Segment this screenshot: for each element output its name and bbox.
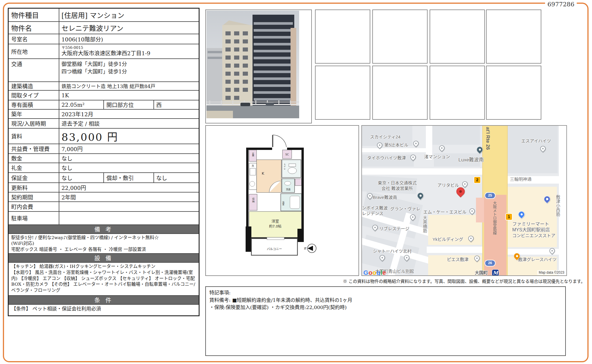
photo-placeholder-6: [372, 66, 428, 120]
map-station-platform: [476, 198, 484, 222]
conditions-header: 条 件: [8, 296, 199, 304]
map-label-tsujimoto: 第5辻本ビル: [384, 142, 408, 148]
key-money-label: 礼金: [8, 163, 59, 173]
row-layout-type: 間取タイプ 1K: [8, 90, 199, 100]
equipment-header: 設 備: [8, 254, 199, 262]
map-block: [432, 126, 480, 145]
photo-placeholder-7: [430, 66, 485, 120]
row-key-money: 礼金 なし: [8, 163, 199, 173]
osaka-metro-icon: M: [492, 270, 499, 276]
photo-placeholder-4: [486, 9, 541, 64]
layout-type-label: 間取タイプ: [8, 90, 59, 100]
layout-type-value: 1K: [59, 90, 199, 100]
route-badge-26: 26: [485, 260, 495, 266]
route-badge-1: 1: [506, 214, 512, 220]
map-label-piesu: ピエス敷津: [447, 257, 468, 262]
map-label-route26: at'l Rte 26: [485, 127, 491, 150]
fp-washer-label: 洗: [252, 164, 254, 167]
map-label-famima: ファミリーマート MYS大国町駅前店: [512, 221, 550, 233]
special-notes-box: 特記事項: 賃料備考: ■短期解約違約金/1年未満の解約時、共込賃料の1ヶ月 ・…: [205, 286, 566, 356]
row-remarks: 駅徒歩1分! / 便利な2way♪(御堂筋線・四ツ橋線) / インターネット無料…: [8, 234, 199, 254]
row-renewal: 更新料 22,000円: [8, 183, 199, 192]
room-no-value: 1006(10階部分): [59, 34, 199, 44]
map-attribution: Map data ©2023: [537, 270, 566, 275]
rent-label: 賃料: [8, 128, 59, 144]
deposit-label: 敷金: [8, 154, 59, 163]
map-label-konishi: 敷津小西筋: [555, 195, 560, 216]
postal-code: 〒556-0015: [62, 46, 197, 50]
key-money-value: なし: [59, 163, 199, 173]
rent-value: 83,000 円: [59, 128, 199, 144]
parking-label: 駐車場: [8, 211, 59, 225]
map-road: [362, 148, 430, 152]
row-room-no: 号室名 1006(10階部分): [8, 34, 199, 44]
row-fees: 共益費・管理費 7,000円: [8, 144, 199, 154]
fp-room-label-1: 洋室: [272, 219, 279, 223]
fp-bath-label: 浴室: [282, 201, 284, 206]
conditions-text: 【条件】 ペット相談・保証会社利用必須: [8, 304, 199, 316]
status-value: 退去予定 / 相談: [59, 119, 199, 128]
remarks-text: 駅徒歩1分! / 便利な2way♪(御堂筋線・四ツ橋線) / インターネット無料…: [8, 234, 199, 254]
area-value: 22.05m²: [59, 100, 104, 109]
map-pin: [461, 180, 469, 188]
google-logo: Google: [363, 269, 386, 276]
fp-kitchen-label: K: [262, 171, 264, 176]
row-deposit: 敷金 なし: [8, 154, 199, 163]
row-parking: 駐車場: [8, 211, 199, 225]
property-spec-table: 物件種目 [住居用] マンション 物件名 セレニテ難波リアン 号室名 1006(…: [8, 8, 200, 316]
map-label-granvale: グラン・ヴァレ: [390, 206, 420, 212]
contract-value: 2年間: [59, 192, 199, 202]
fp-washroom-label: 洗面: [286, 188, 291, 191]
fp-compass-n: N: [303, 247, 307, 249]
guarantee-value: なし: [59, 173, 104, 183]
transport-value: 御堂筋線「大国町」徒歩1分 四つ橋線「大国町」徒歩1分: [59, 59, 199, 82]
map-pin: [468, 207, 476, 215]
neighborhood-fee-value: [59, 202, 199, 211]
fees-value: 7,000円: [59, 144, 199, 154]
map-block: [507, 126, 558, 173]
map-label-brave: Brave難波南: [373, 195, 397, 200]
map-label-tokyo-nihon: 東京・日本交通株式 会社 難波営業所: [378, 180, 417, 191]
map-pin: [412, 140, 420, 147]
location-label: 所在地: [8, 44, 59, 59]
route-badge-25: 25: [485, 193, 495, 198]
row-property-name: 物件名 セレニテ難波リアン: [8, 22, 199, 34]
guarantee-label: 保証金: [8, 173, 59, 183]
map-label-taihou: タイホウハイツ敷津: [367, 155, 406, 161]
map-label-miwa: 三輪明神通: [510, 177, 532, 182]
row-conditions-header: 条 件: [8, 296, 199, 304]
location-map: at'l Rte 26 大阪メトロ御堂筋線 大黒橋筋 敷津小西筋 三輪明神通 ス…: [361, 125, 567, 276]
row-structure: 建築構造 鉄筋コンクリート造 地上13階 総戸数84戸: [8, 82, 199, 90]
row-property-type: 物件種目 [住居用] マンション: [8, 8, 199, 22]
fp-closet-label: 収納: [252, 197, 255, 203]
fp-entrance-label: 玄関: [252, 152, 254, 157]
facing-label: 開口部方位: [104, 100, 154, 109]
photo-placeholder-5: [315, 66, 370, 120]
status-label: 現況/入居時期: [8, 119, 59, 128]
structure-label: 建築構造: [8, 82, 59, 90]
row-area: 専有面積 22.05m² 開口部方位 西: [8, 100, 199, 109]
map-label-daikokucho-station: 大国町: [475, 270, 488, 276]
area-label: 専有面積: [8, 100, 59, 109]
row-rent: 賃料 83,000 円: [8, 128, 199, 144]
map-label-invoice: ンボイス難波 レジデンス: [362, 205, 388, 216]
contract-label: 契約期間: [8, 192, 59, 202]
row-built: 築年 2023年12月: [8, 109, 199, 119]
renewal-value: 22,000円: [59, 183, 199, 192]
property-type-label: 物件種目: [8, 8, 59, 22]
row-transport: 交通 御堂筋線「大国町」徒歩1分 四つ橋線「大国町」徒歩1分: [8, 59, 199, 82]
location-value: 〒556-0015 大阪府大阪市浪速区敷津西2丁目1-9: [59, 44, 199, 59]
map-label-esuai: エスアイハイツ: [521, 138, 551, 144]
row-status: 現況/入居時期 退去予定 / 相談: [8, 119, 199, 128]
map-label-mk: エム・ケー・エスビル: [423, 209, 466, 215]
built-value: 2023年12月: [59, 109, 199, 119]
map-pin-tokyo-nihon: [416, 191, 425, 200]
parking-value: [59, 211, 199, 225]
map-label-midosuji-line: 大阪メトロ御堂筋線: [492, 201, 497, 235]
row-conditions: 【条件】 ペット相談・保証会社利用必須: [8, 304, 199, 316]
fp-shoebox-label: SC: [285, 153, 289, 156]
map-pin: [438, 144, 446, 152]
photo-placeholder-1: [315, 9, 370, 64]
property-name-value: セレニテ難波リアン: [59, 22, 199, 34]
neighborhood-fee-label: 町内会費: [8, 202, 59, 211]
